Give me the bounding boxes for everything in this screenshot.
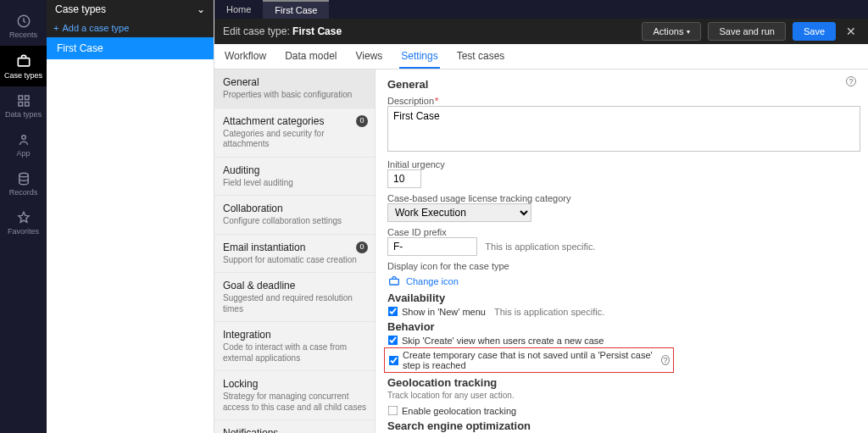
urgency-label: Initial urgency [387,159,856,169]
chevron-down-icon: ⌄ [197,3,205,15]
settings-item[interactable]: NotificationsEmail and push notification… [214,420,375,433]
count-badge: 0 [356,241,368,253]
settings-item-sub: Categories and security for attachments [223,129,366,150]
chevron-down-icon: ▾ [687,28,690,36]
top-tabs: Home First Case [214,0,868,19]
settings-item-sub: Code to interact with a case from extern… [223,342,366,364]
subtabs: Workflow Data model Views Settings Test … [214,44,868,69]
save-and-run-button[interactable]: Save and run [708,22,785,41]
left-rail: Recents Case types Data types App Record… [0,0,47,433]
settings-item-title: Auditing [223,164,366,177]
general-heading: General [387,78,856,91]
edit-bar: Edit case type: First Case Actions▾ Save… [214,19,868,44]
help-icon[interactable]: ? [846,76,856,86]
actions-label: Actions [653,26,683,36]
add-case-type-label: Add a case type [62,23,129,33]
svg-rect-8 [390,279,399,285]
rail-recents-label: Recents [9,31,37,39]
change-icon-link[interactable]: Change icon [406,276,459,286]
prefix-field[interactable] [387,237,477,256]
subtab-test-cases[interactable]: Test cases [455,45,507,69]
rail-favorites-label: Favorites [8,227,39,236]
subtab-settings[interactable]: Settings [399,45,439,69]
svg-point-7 [19,173,28,177]
rail-case-types-label: Case types [4,71,42,80]
help-icon[interactable]: ? [661,355,670,365]
case-types-panel: Case types ⌄ + Add a case type First Cas… [47,0,214,433]
rail-app[interactable]: App [0,125,47,164]
availability-heading: Availability [387,291,856,304]
case-types-header[interactable]: Case types ⌄ [47,0,214,19]
tab-first-case-label: First Case [275,5,317,15]
tab-home[interactable]: Home [214,0,263,19]
temp-case-checkbox[interactable] [389,355,399,365]
settings-item[interactable]: Goal & deadlineSuggested and required re… [214,273,375,322]
add-case-type-link[interactable]: + Add a case type [47,19,214,37]
case-icon [15,53,32,69]
settings-item-title: Goal & deadline [223,280,366,292]
skip-create-checkbox[interactable] [388,336,398,346]
svg-rect-1 [18,58,29,66]
rail-favorites[interactable]: Favorites [0,203,47,242]
seo-heading: Search engine optimization [387,419,856,432]
show-in-new-checkbox[interactable] [388,307,398,317]
case-type-item-label: First Case [57,42,103,54]
settings-item[interactable]: CollaborationConfigure collaboration set… [214,196,375,235]
rail-data-types[interactable]: Data types [0,86,47,125]
settings-item[interactable]: IntegrationCode to interact with a case … [214,322,375,371]
save-label: Save [804,26,825,36]
save-button[interactable]: Save [793,22,836,41]
geo-enable-label: Enable geolocation tracking [402,406,516,416]
settings-item-title: Integration [223,329,366,341]
subtab-data-model[interactable]: Data model [283,45,338,69]
settings-item[interactable]: Email instantiationSupport for automatic… [214,235,375,274]
settings-item[interactable]: Attachment categoriesCategories and secu… [214,108,375,158]
settings-item-title: Attachment categories [223,115,366,128]
description-field[interactable]: First Case [387,106,860,152]
settings-list[interactable]: GeneralProperties with basic configurati… [214,69,376,433]
tab-home-label: Home [226,4,251,14]
plus-icon: + [53,23,58,33]
geo-enable-checkbox[interactable] [388,406,398,416]
rail-case-types[interactable]: Case types [0,46,47,86]
rail-recents[interactable]: Recents [0,7,47,46]
records-icon [16,171,31,186]
settings-item[interactable]: AuditingField level auditing [214,158,375,197]
prefix-label: Case ID prefix [387,227,856,237]
actions-button[interactable]: Actions▾ [642,22,701,41]
case-type-item[interactable]: First Case [47,37,214,59]
settings-item-sub: Properties with basic configuration [223,90,366,101]
urgency-field[interactable] [387,169,421,188]
subtab-views[interactable]: Views [354,45,385,69]
behavior-highlight: Create temporary case that is not saved … [384,347,674,373]
settings-item[interactable]: GeneralProperties with basic configurati… [214,69,375,108]
subtab-workflow[interactable]: Workflow [223,45,268,69]
description-label: Description [387,96,856,106]
settings-form: ? General Description First Case Initial… [376,69,868,433]
settings-item-sub: Support for automatic case creation [223,255,366,266]
settings-item[interactable]: LockingStrategy for managing concurrent … [214,371,375,420]
count-badge: 0 [356,115,368,127]
behavior-heading: Behavior [387,320,856,333]
rail-records[interactable]: Records [0,164,47,203]
rail-records-label: Records [9,188,38,197]
prefix-hint: This is application specific. [485,241,595,252]
svg-point-6 [21,136,25,140]
grid-icon [16,93,31,108]
edit-prefix: Edit case type: [223,25,290,37]
svg-rect-5 [25,103,29,107]
close-icon[interactable]: ✕ [843,25,860,38]
geo-sub: Track location for any user action. [387,391,856,400]
settings-item-title: Notifications [223,427,366,433]
app-icon [16,132,31,147]
settings-item-title: Collaboration [223,203,366,215]
skip-create-label: Skip 'Create' view when users create a n… [402,336,604,346]
tab-first-case[interactable]: First Case [263,0,329,19]
svg-rect-2 [19,96,23,100]
rail-data-types-label: Data types [5,110,42,119]
settings-item-sub: Configure collaboration settings [223,216,366,227]
license-select[interactable]: Work Execution [387,203,531,222]
clock-icon [16,14,31,29]
edit-name: First Case [292,25,342,37]
main-area: Home First Case Edit case type: First Ca… [214,0,868,433]
